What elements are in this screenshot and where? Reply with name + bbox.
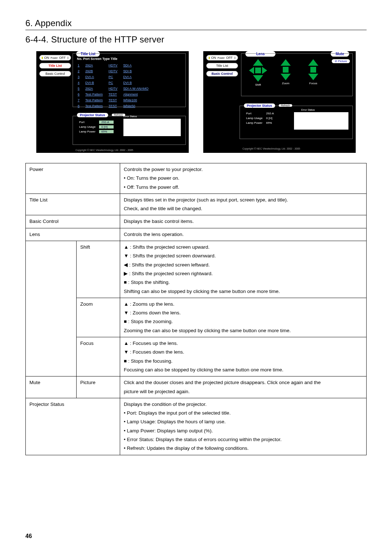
row-power-name: Power <box>26 163 120 194</box>
error-status-label-2: Error Status <box>301 109 315 111</box>
row-shift-desc: ▲ : Shifts the projected screen upward. … <box>120 241 367 298</box>
row-focus-name: Focus <box>77 337 120 376</box>
row-basic-control-desc: Displays the basic control items. <box>120 215 367 228</box>
error-status-box <box>123 119 181 136</box>
error-status-box-2 <box>294 112 348 130</box>
power-pill-2[interactable]: ON Power OFF <box>206 55 238 61</box>
chapter-title: 6. Appendix <box>25 18 367 30</box>
zoom-stop-icon[interactable] <box>283 67 289 73</box>
row-power-desc: Controls the power to your projector. • … <box>120 163 367 194</box>
row-projector-status-name: Projector Status <box>26 398 120 455</box>
fig2-sidebar: ON Power OFF Title List Basic Control <box>206 55 238 79</box>
off-dot-icon <box>67 57 69 59</box>
shift-right-icon[interactable] <box>262 67 267 74</box>
shift-up-icon[interactable] <box>253 59 263 66</box>
focus-down-icon[interactable] <box>308 74 318 80</box>
shift-column: Shift <box>248 59 268 86</box>
figure-title-list: Title List ON Power OFF Title List Basic… <box>36 51 189 153</box>
row-mute-sub: Picture <box>77 376 120 398</box>
row-mute-name: Mute <box>26 376 77 398</box>
sidebar-title-list-2[interactable]: Title List <box>206 63 238 69</box>
projector-status-badge-2: Projector Status <box>244 103 275 108</box>
off-dot-icon <box>234 57 236 59</box>
description-table: Power Controls the power to your project… <box>25 163 367 455</box>
power-pill[interactable]: ON Power OFF <box>39 55 71 61</box>
shift-stop-icon[interactable] <box>255 68 261 73</box>
focus-up-icon[interactable] <box>308 59 318 66</box>
zoom-column: Zoom <box>276 59 295 86</box>
lens-controls: Shift Zoom Focus <box>248 59 323 86</box>
row-title-list-name: Title List <box>26 194 120 215</box>
sidebar-title-list[interactable]: Title List <box>39 63 71 69</box>
row-lens-span <box>26 241 77 376</box>
shift-down-icon[interactable] <box>253 75 263 82</box>
ps-values: Port292-A Lamp Usage0 [H] Lamp Power65% <box>77 119 116 134</box>
fig1-sidebar: ON Power OFF Title List Basic Control <box>39 55 71 79</box>
row-lens-name: Lens <box>26 228 120 241</box>
section-title: 6-4-4. Structure of the HTTP server <box>25 34 367 45</box>
row-projector-status-desc: Displays the condition of the projector.… <box>120 398 367 455</box>
row-shift-name: Shift <box>77 241 120 298</box>
row-focus-desc: ▲ : Focuses up the lens. ▼ : Focuses dow… <box>120 337 367 376</box>
title-list-rows: 1292AHDTVSDI A 2292BHDTVSDI B 3DVI-APCDV… <box>77 62 154 109</box>
refresh-button-2[interactable]: Refresh <box>279 104 292 107</box>
zoom-down-icon[interactable] <box>281 74 291 80</box>
focus-column: Focus <box>303 59 323 86</box>
focus-stop-icon[interactable] <box>310 67 316 73</box>
on-dot-icon <box>209 57 210 59</box>
sidebar-basic-control[interactable]: Basic Control <box>39 71 71 77</box>
row-mute-desc: Click and the douser closes and the proj… <box>120 376 367 398</box>
shift-left-icon[interactable] <box>249 67 254 74</box>
figures: Title List ON Power OFF Title List Basic… <box>25 51 367 153</box>
on-dot-icon <box>42 57 43 59</box>
row-zoom-name: Zoom <box>77 298 120 337</box>
row-lens-desc: Controls the lens operation. <box>120 228 367 241</box>
copyright-2: Copyright © NEC Viewtechnology, Ltd. 200… <box>242 147 300 150</box>
sidebar-basic-control-2[interactable]: Basic Control <box>206 71 238 77</box>
row-title-list-desc: Displays titles set in the projector (su… <box>120 194 367 215</box>
zoom-up-icon[interactable] <box>281 59 291 66</box>
projector-status-badge: Projector Status <box>77 113 108 117</box>
ps-values-2: Port292-A Lamp Usage0 [H] Lamp Power65% <box>244 111 276 126</box>
error-status-label: Error Status <box>123 115 137 118</box>
title-list-header: No. Port Screen Type Title <box>77 57 117 61</box>
copyright: Copyright © NEC Viewtechnology, Ltd. 200… <box>75 149 133 151</box>
page-number: 46 <box>25 533 32 539</box>
row-basic-control-name: Basic Control <box>26 215 120 228</box>
figure-basic-control: ON Power OFF Title List Basic Control Le… <box>203 51 356 153</box>
row-zoom-desc: ▲ : Zooms up the lens. ▼ : Zooms down th… <box>120 298 367 337</box>
